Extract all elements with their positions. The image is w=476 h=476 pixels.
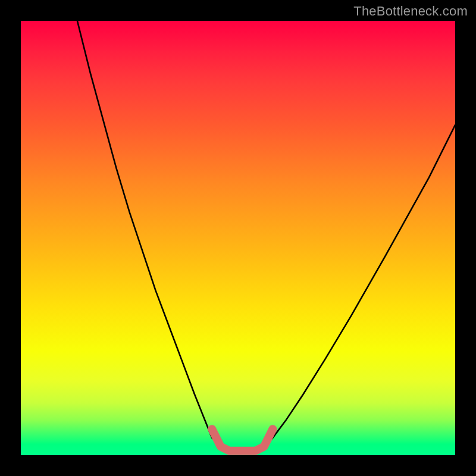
curve-right — [264, 125, 455, 446]
attribution-text: TheBottleneck.com — [353, 4, 468, 19]
curve-left — [77, 21, 221, 446]
chart-svg — [21, 21, 455, 455]
plot-area — [21, 21, 455, 455]
chart-frame: TheBottleneck.com — [0, 0, 476, 476]
optimal-segment — [212, 429, 273, 451]
